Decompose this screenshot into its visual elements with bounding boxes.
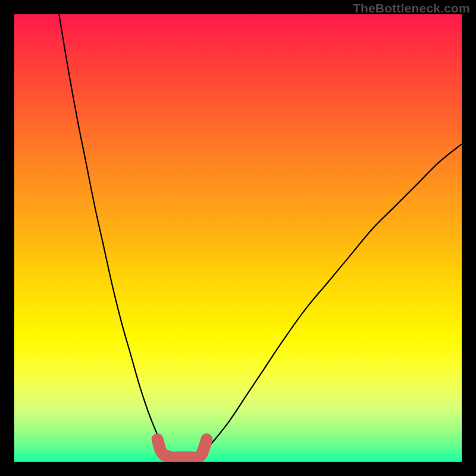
- watermark-text: TheBottleneck.com: [353, 1, 470, 15]
- highlight-band: [158, 439, 207, 458]
- plot-area: [14, 14, 462, 462]
- left-curve: [59, 14, 166, 453]
- highlight-dot: [153, 434, 162, 444]
- curves-svg: [14, 14, 462, 462]
- right-curve: [202, 144, 462, 453]
